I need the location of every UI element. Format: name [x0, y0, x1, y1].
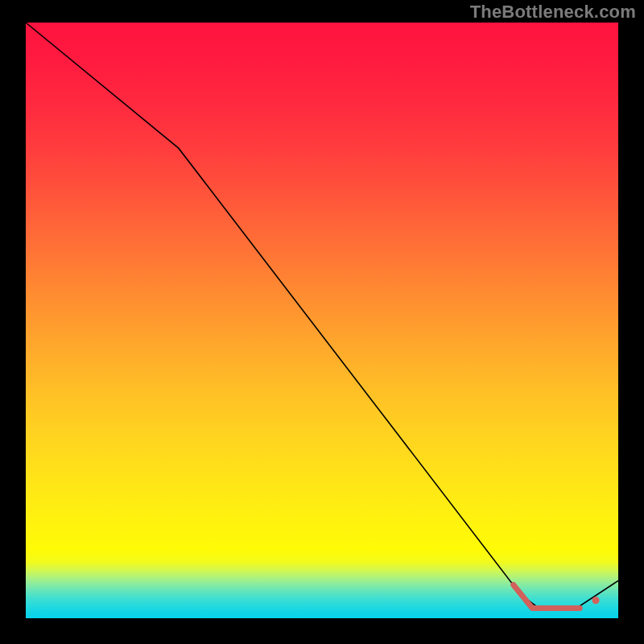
bottleneck-chart: [0, 0, 644, 644]
watermark-text: TheBottleneck.com: [470, 2, 636, 23]
plot-background: [26, 23, 618, 618]
highlight-dot: [592, 597, 600, 604]
